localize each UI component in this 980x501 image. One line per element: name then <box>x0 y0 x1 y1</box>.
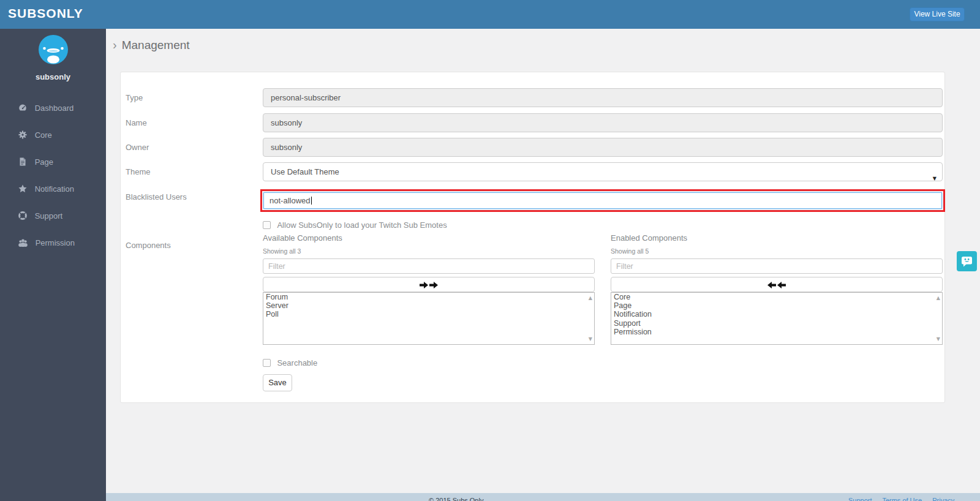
scroll-up-icon[interactable]: ▲ <box>589 295 592 301</box>
searchable-checkbox-row: Searchable <box>263 357 317 368</box>
sidebar-item-core[interactable]: Core <box>0 122 106 149</box>
list-item[interactable]: Page <box>611 301 942 310</box>
owner-label: Owner <box>126 143 149 152</box>
chevron-right-icon: › <box>113 38 117 51</box>
enabled-components-listbox[interactable]: Core Page Notification Support Permissio… <box>611 292 943 345</box>
list-item[interactable]: Poll <box>263 310 594 318</box>
avatar[interactable] <box>0 35 106 67</box>
owner-field: subsonly <box>263 138 943 157</box>
type-label: Type <box>126 93 143 102</box>
available-components-column: Available Components Showing all 3 Forum… <box>263 233 595 345</box>
list-item[interactable]: Core <box>611 293 942 301</box>
view-live-site-button[interactable]: View Live Site <box>910 7 965 21</box>
theme-label: Theme <box>126 167 150 176</box>
list-item[interactable]: Permission <box>611 328 942 336</box>
components-label: Components <box>126 241 171 250</box>
blacklisted-users-input[interactable]: not-allowed <box>263 192 942 209</box>
enabled-components-title: Enabled Components <box>611 233 943 243</box>
file-icon <box>18 157 27 166</box>
emotes-checkbox-label: Allow SubsOnly to load your Twitch Sub E… <box>277 220 447 230</box>
searchable-label: Searchable <box>277 358 317 367</box>
sidebar-menu: Dashboard Core <box>0 95 106 257</box>
text-cursor <box>311 197 312 205</box>
page-title: Management <box>122 39 190 51</box>
sidebar-item-label: Page <box>35 157 53 167</box>
name-label: Name <box>126 118 147 127</box>
list-item[interactable]: Notification <box>611 310 942 318</box>
gauge-icon <box>18 104 27 112</box>
footer-copyright: © 2015 Subs Only <box>429 497 483 501</box>
breadcrumb: ›Management <box>113 38 190 52</box>
sidebar-username: subsonly <box>0 72 106 81</box>
blacklist-label: Blacklisted Users <box>126 192 187 202</box>
move-right-button[interactable] <box>263 277 595 292</box>
theme-select[interactable]: Use Default Theme ▼ <box>263 162 943 181</box>
brand-logo[interactable]: SUBSONLY <box>8 6 83 21</box>
highlight-annotation: not-allowed <box>260 189 945 212</box>
available-components-title: Available Components <box>263 233 595 243</box>
chat-bubble-icon <box>960 255 973 268</box>
sidebar-item-page[interactable]: Page <box>0 149 106 176</box>
enabled-showing-count: Showing all 5 <box>611 247 943 255</box>
scroll-down-icon[interactable]: ▼ <box>589 336 592 342</box>
sidebar-item-label: Dashboard <box>35 104 74 113</box>
available-showing-count: Showing all 3 <box>263 247 595 255</box>
theme-selected-option: Use Default Theme <box>271 167 339 176</box>
searchable-checkbox[interactable] <box>263 359 271 367</box>
available-filter-input[interactable] <box>263 258 595 274</box>
list-item[interactable]: Forum <box>263 293 594 301</box>
name-field: subsonly <box>263 113 943 132</box>
star-icon <box>18 184 27 193</box>
footer-bar: © 2015 Subs Only Support Terms of Use Pr… <box>0 493 980 501</box>
sidebar-item-label: Notification <box>35 184 74 194</box>
gear-icon <box>18 130 27 139</box>
life-ring-icon <box>18 211 27 220</box>
double-arrow-right-icon <box>419 281 439 289</box>
available-components-listbox[interactable]: Forum Server Poll ▲ ▼ <box>263 292 595 345</box>
scroll-down-icon[interactable]: ▼ <box>937 336 940 342</box>
footer-link[interactable]: Terms of Use <box>882 497 922 501</box>
emotes-checkbox[interactable] <box>263 221 271 229</box>
main-content: ›Management Type Name Owner Theme Blackl… <box>106 29 980 501</box>
enabled-filter-input[interactable] <box>611 258 943 274</box>
move-left-button[interactable] <box>611 277 943 292</box>
list-item[interactable]: Support <box>611 319 942 328</box>
double-arrow-left-icon <box>767 281 786 289</box>
chevron-down-icon: ▼ <box>933 170 937 187</box>
sidebar-item-label: Support <box>35 211 63 220</box>
save-button[interactable]: Save <box>263 374 292 391</box>
list-item[interactable]: Server <box>263 301 594 310</box>
sidebar: subsonly Dashboard Core <box>0 29 106 501</box>
chat-widget-tab[interactable] <box>957 251 977 271</box>
sidebar-item-support[interactable]: Support <box>0 203 106 230</box>
subsonly-avatar-icon <box>39 35 68 64</box>
sidebar-item-dashboard[interactable]: Dashboard <box>0 95 106 122</box>
blacklisted-users-value: not-allowed <box>270 196 311 205</box>
sidebar-item-label: Permission <box>36 238 75 247</box>
sidebar-item-permission[interactable]: Permission <box>0 230 106 257</box>
top-navbar: SUBSONLY View Live Site <box>0 0 980 29</box>
sidebar-item-notification[interactable]: Notification <box>0 176 106 203</box>
footer-link[interactable]: Support <box>848 497 872 501</box>
management-panel: Type Name Owner Theme Blacklisted Users … <box>120 72 945 403</box>
users-icon <box>18 238 28 247</box>
scroll-up-icon[interactable]: ▲ <box>937 295 940 301</box>
footer-links: Support Terms of Use Privacy Policy <box>848 497 980 501</box>
enabled-components-column: Enabled Components Showing all 5 Core Pa… <box>611 233 943 345</box>
type-field: personal-subscriber <box>263 88 943 107</box>
sidebar-item-label: Core <box>35 130 52 140</box>
emotes-checkbox-row: Allow SubsOnly to load your Twitch Sub E… <box>263 219 447 230</box>
